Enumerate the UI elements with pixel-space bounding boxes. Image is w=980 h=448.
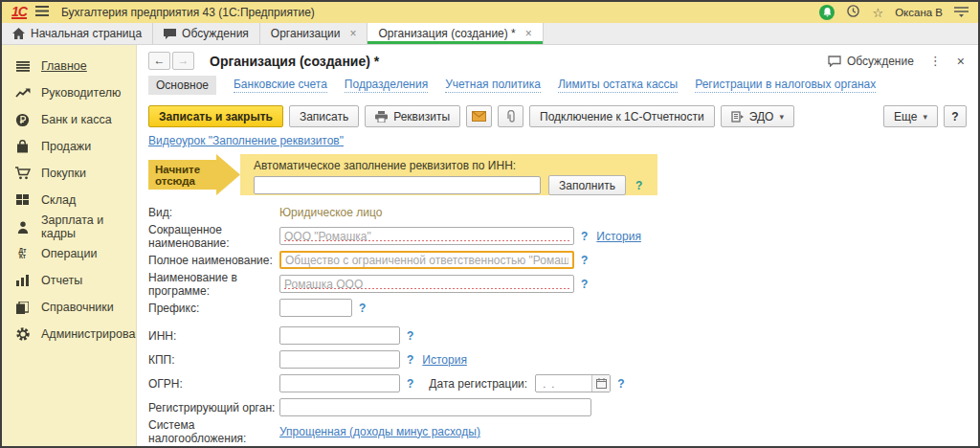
full-name-label: Полное наименование: [148, 254, 279, 267]
close-form-icon[interactable]: × [957, 54, 965, 69]
inn-input[interactable] [279, 326, 400, 345]
section-sidebar: Главное Руководителю Банк и касса Продаж… [2, 45, 136, 446]
attachment-button[interactable] [498, 105, 523, 127]
hamburger-icon [14, 61, 31, 72]
nav-tax-registrations[interactable]: Регистрации в налоговых органах [695, 78, 876, 93]
nav-main[interactable]: Основное [148, 76, 216, 95]
tab-discussions[interactable]: Обсуждения [153, 23, 260, 44]
help-question-icon[interactable]: ? [581, 278, 588, 291]
save-close-button[interactable]: Записать и закрыть [148, 105, 283, 127]
calendar-icon[interactable] [591, 375, 610, 392]
inn-autofill-input[interactable] [254, 176, 541, 194]
sidebar-item-reports[interactable]: Отчеты [2, 267, 136, 294]
bar-chart-icon [14, 275, 31, 286]
forward-button[interactable]: → [172, 52, 194, 70]
tab-close-icon[interactable]: × [525, 27, 532, 40]
requisites-button[interactable]: Реквизиты [365, 105, 460, 127]
kpp-history-link[interactable]: История [422, 353, 467, 367]
trend-icon [14, 87, 31, 99]
shopping-bag-icon [14, 140, 31, 153]
window-title: Бухгалтерия предприятия 43 (1С:Предприят… [61, 6, 315, 19]
short-name-input[interactable] [279, 227, 574, 245]
tab-home[interactable]: Начальная страница [2, 23, 153, 44]
ogrn-label: ОГРН: [148, 377, 279, 391]
help-question-icon[interactable]: ? [407, 377, 413, 391]
kind-value[interactable]: Юридическое лицо [279, 206, 382, 219]
help-button[interactable]: ? [944, 105, 967, 127]
sidebar-item-warehouse[interactable]: Склад [2, 187, 136, 213]
user-name[interactable]: Оксана В [895, 7, 943, 18]
ruble-icon [14, 113, 31, 127]
registering-authority-label: Регистрирующий орган: [148, 401, 279, 414]
nav-accounting-policy[interactable]: Учетная политика [445, 78, 541, 93]
help-question-icon[interactable]: ? [359, 302, 366, 315]
fill-button[interactable]: Заполнить [548, 175, 626, 195]
app-window: 1С Бухгалтерия предприятия 43 (1С:Предпр… [0, 0, 980, 448]
tax-system-label: Система налогообложения: [148, 418, 279, 445]
registration-date-label: Дата регистрации: [429, 377, 527, 391]
tax-system-link[interactable]: Упрощенная (доходы минус расходы) [279, 425, 480, 438]
help-question-icon[interactable]: ? [407, 329, 413, 343]
page-title: Организация (создание) * [210, 54, 379, 69]
prefix-input[interactable] [279, 299, 352, 317]
save-button[interactable]: Записать [289, 105, 359, 127]
sidebar-item-administration[interactable]: Администрирование [2, 321, 136, 347]
sidebar-item-manager[interactable]: Руководителю [2, 79, 136, 106]
full-name-input[interactable] [279, 251, 574, 269]
inn-label: ИНН: [148, 329, 279, 343]
short-name-label: Сокращенное наименование: [148, 223, 279, 250]
sidebar-item-main[interactable]: Главное [2, 53, 136, 79]
help-question-icon[interactable]: ? [407, 353, 413, 367]
tab-close-icon[interactable]: × [349, 27, 356, 40]
title-bar: 1С Бухгалтерия предприятия 43 (1С:Предпр… [2, 2, 978, 23]
sidebar-item-operations[interactable]: ДтКт Операции [2, 240, 136, 267]
kind-label: Вид: [148, 206, 279, 219]
more-menu-icon[interactable]: ⋮ [929, 54, 942, 68]
1c-logo: 1С [11, 6, 27, 19]
history-icon[interactable] [846, 4, 860, 21]
sidebar-item-directories[interactable]: Справочники [2, 294, 136, 321]
service-menu-icon[interactable] [954, 6, 969, 20]
kpp-input[interactable] [279, 350, 400, 369]
favorites-icon[interactable]: ☆ [872, 7, 883, 19]
ogrn-input[interactable] [279, 374, 400, 392]
main-panel: ← → Организация (создание) * Обсуждение … [136, 45, 978, 446]
help-question-icon[interactable]: ? [581, 254, 588, 267]
dt-kt-icon: ДтКт [14, 248, 31, 259]
gear-icon [14, 327, 31, 341]
chat-bubble-icon [164, 29, 176, 39]
edo-button[interactable]: ЭДО ▾ [721, 105, 794, 127]
sidebar-item-sales[interactable]: Продажи [2, 133, 136, 160]
printer-icon [375, 111, 388, 123]
kpp-label: КПП: [148, 353, 279, 367]
video-tutorial-link[interactable]: Видеоурок "Заполнение реквизитов" [148, 134, 344, 147]
back-button[interactable]: ← [148, 52, 170, 70]
help-question-icon[interactable]: ? [635, 179, 642, 192]
sidebar-item-bank-cash[interactable]: Банк и касса [2, 106, 136, 133]
tab-organizations[interactable]: Организации × [260, 23, 368, 44]
nav-departments[interactable]: Подразделения [345, 78, 428, 93]
email-button[interactable] [466, 105, 492, 127]
discussion-button[interactable]: Обсуждение [828, 55, 914, 68]
notifications-icon[interactable] [819, 5, 835, 20]
start-here-arrow: Начните отсюда [148, 154, 240, 195]
tab-organization-create[interactable]: Организация (создание) * × [368, 23, 543, 44]
program-name-input[interactable] [279, 275, 574, 293]
registering-authority-input[interactable] [279, 398, 591, 416]
short-name-history-link[interactable]: История [596, 230, 641, 243]
registration-date-field[interactable] [535, 374, 611, 392]
program-name-label: Наименование в программе: [148, 271, 279, 298]
registration-date-input[interactable] [536, 376, 591, 391]
sidebar-item-payroll-hr[interactable]: Зарплата и кадры [2, 213, 136, 240]
help-question-icon[interactable]: ? [617, 377, 624, 391]
main-menu-icon[interactable] [35, 6, 49, 19]
envelope-icon [472, 111, 486, 122]
nav-cash-limits[interactable]: Лимиты остатка кассы [558, 78, 678, 93]
help-question-icon[interactable]: ? [581, 230, 588, 243]
nav-bank-accounts[interactable]: Банковские счета [234, 78, 327, 93]
grid-icon [14, 194, 31, 206]
person-icon [14, 221, 31, 234]
connect-1c-reporting-button[interactable]: Подключение к 1С-Отчетности [529, 105, 715, 127]
more-button[interactable]: Еще ▾ [883, 105, 938, 127]
sidebar-item-purchases[interactable]: Покупки [2, 160, 136, 187]
